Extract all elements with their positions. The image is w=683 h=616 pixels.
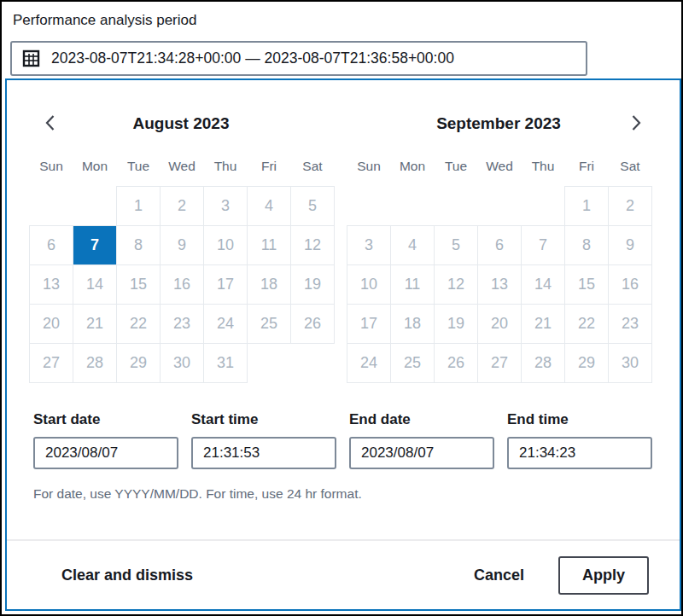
weekday-header: Fri <box>565 159 609 187</box>
calendar-day[interactable]: 28 <box>73 344 117 383</box>
calendar-grid-september: SunMonTueWedThuFriSat1234567891011121314… <box>347 159 652 383</box>
calendar-day[interactable]: 30 <box>609 344 652 383</box>
calendar-day[interactable]: 18 <box>248 265 291 305</box>
calendar-day[interactable]: 6 <box>478 226 522 265</box>
calendar-day[interactable]: 22 <box>117 305 161 344</box>
calendar-day[interactable]: 26 <box>435 344 478 383</box>
calendar-day[interactable]: 23 <box>609 305 652 344</box>
start-date-group: Start date <box>33 411 178 469</box>
calendar-day[interactable]: 19 <box>435 305 478 344</box>
weekday-header: Thu <box>204 159 248 187</box>
calendar-day[interactable]: 12 <box>435 265 478 305</box>
calendar-day[interactable]: 29 <box>117 344 161 383</box>
calendar-day[interactable]: 22 <box>565 305 609 344</box>
calendar-day[interactable]: 14 <box>73 265 117 305</box>
calendar-day[interactable]: 29 <box>565 344 609 383</box>
calendar-day[interactable]: 28 <box>522 344 565 383</box>
weekday-header: Sat <box>609 159 652 187</box>
calendar-empty-cell <box>30 187 73 226</box>
calendar-day[interactable]: 21 <box>522 305 565 344</box>
calendar-day[interactable]: 3 <box>347 226 391 265</box>
weekday-header: Mon <box>391 159 435 187</box>
end-date-label: End date <box>349 411 494 428</box>
cancel-button[interactable]: Cancel <box>474 567 524 584</box>
weekday-header: Thu <box>522 159 565 187</box>
month-title-september: September 2023 <box>347 114 651 133</box>
calendar-day-selected[interactable]: 7 <box>73 226 117 265</box>
calendar-day[interactable]: 15 <box>117 265 161 305</box>
month-title-august: August 2023 <box>29 114 333 133</box>
calendar-empty-cell <box>391 187 435 226</box>
calendar-empty-cell <box>478 187 522 226</box>
calendar-day[interactable]: 20 <box>30 305 73 344</box>
calendar-day[interactable]: 21 <box>73 305 117 344</box>
weekday-header: Wed <box>478 159 522 187</box>
calendar-day[interactable]: 3 <box>204 187 248 226</box>
calendar-day[interactable]: 7 <box>522 226 565 265</box>
calendar-day[interactable]: 8 <box>565 226 609 265</box>
date-range-picker-widget: Performance analysis period 2023-08-07T2… <box>0 0 683 616</box>
weekday-header: Tue <box>435 159 478 187</box>
calendar-day[interactable]: 16 <box>161 265 204 305</box>
calendar-day[interactable]: 27 <box>478 344 522 383</box>
weekday-header: Fri <box>248 159 291 187</box>
start-date-input[interactable] <box>33 437 178 469</box>
next-month-button[interactable] <box>623 111 649 137</box>
calendar-day[interactable]: 9 <box>609 226 652 265</box>
calendar-day[interactable]: 17 <box>347 305 391 344</box>
calendar-day[interactable]: 13 <box>478 265 522 305</box>
calendar-day[interactable]: 4 <box>391 226 435 265</box>
weekday-header: Wed <box>161 159 204 187</box>
calendar-day[interactable]: 6 <box>30 226 73 265</box>
calendar-day[interactable]: 1 <box>117 187 161 226</box>
calendar-day[interactable]: 30 <box>161 344 204 383</box>
chevron-right-icon <box>628 113 645 135</box>
footer-divider <box>7 539 680 541</box>
calendar-empty-cell <box>248 344 291 383</box>
calendar-day[interactable]: 11 <box>391 265 435 305</box>
calendar-day[interactable]: 25 <box>391 344 435 383</box>
calendar-day[interactable]: 20 <box>478 305 522 344</box>
calendar-day[interactable]: 23 <box>161 305 204 344</box>
start-date-label: Start date <box>33 411 178 428</box>
calendar-day[interactable]: 10 <box>204 226 248 265</box>
end-time-input[interactable] <box>507 437 652 469</box>
calendar-grid-august: SunMonTueWedThuFriSat1234567891011121314… <box>29 159 335 383</box>
weekday-header: Sun <box>347 159 391 187</box>
start-time-label: Start time <box>191 411 336 428</box>
clear-and-dismiss-button[interactable]: Clear and dismiss <box>61 567 193 584</box>
calendar-day[interactable]: 17 <box>204 265 248 305</box>
calendar-day[interactable]: 13 <box>30 265 73 305</box>
calendar-day[interactable]: 15 <box>565 265 609 305</box>
calendar-day[interactable]: 2 <box>609 187 652 226</box>
calendar-day[interactable]: 25 <box>248 305 291 344</box>
calendar-empty-cell <box>73 187 117 226</box>
start-time-input[interactable] <box>191 437 336 469</box>
calendar-day[interactable]: 27 <box>30 344 73 383</box>
calendar-day[interactable]: 4 <box>248 187 291 226</box>
calendar-day[interactable]: 16 <box>609 265 652 305</box>
calendar-day[interactable]: 12 <box>291 226 335 265</box>
weekday-header: Sat <box>291 159 335 187</box>
calendar-day[interactable]: 1 <box>565 187 609 226</box>
calendar-day[interactable]: 18 <box>391 305 435 344</box>
calendar-day[interactable]: 19 <box>291 265 335 305</box>
calendar-day[interactable]: 2 <box>161 187 204 226</box>
date-picker-dropdown: August 2023 September 2023 SunMonTueWedT… <box>5 78 681 611</box>
calendar-day[interactable]: 26 <box>291 305 335 344</box>
calendar-day[interactable]: 5 <box>291 187 335 226</box>
calendar-day[interactable]: 14 <box>522 265 565 305</box>
date-range-value: 2023-08-07T21:34:28+00:00 — 2023-08-07T2… <box>51 49 454 67</box>
calendar-day[interactable]: 24 <box>204 305 248 344</box>
end-date-input[interactable] <box>349 437 494 469</box>
calendar-day[interactable]: 9 <box>161 226 204 265</box>
end-time-label: End time <box>507 411 652 428</box>
calendar-day[interactable]: 5 <box>435 226 478 265</box>
calendar-day[interactable]: 10 <box>347 265 391 305</box>
calendar-day[interactable]: 31 <box>204 344 248 383</box>
apply-button[interactable]: Apply <box>558 556 649 595</box>
calendar-day[interactable]: 11 <box>248 226 291 265</box>
date-range-input[interactable]: 2023-08-07T21:34:28+00:00 — 2023-08-07T2… <box>10 41 587 76</box>
calendar-day[interactable]: 24 <box>347 344 391 383</box>
calendar-day[interactable]: 8 <box>117 226 161 265</box>
